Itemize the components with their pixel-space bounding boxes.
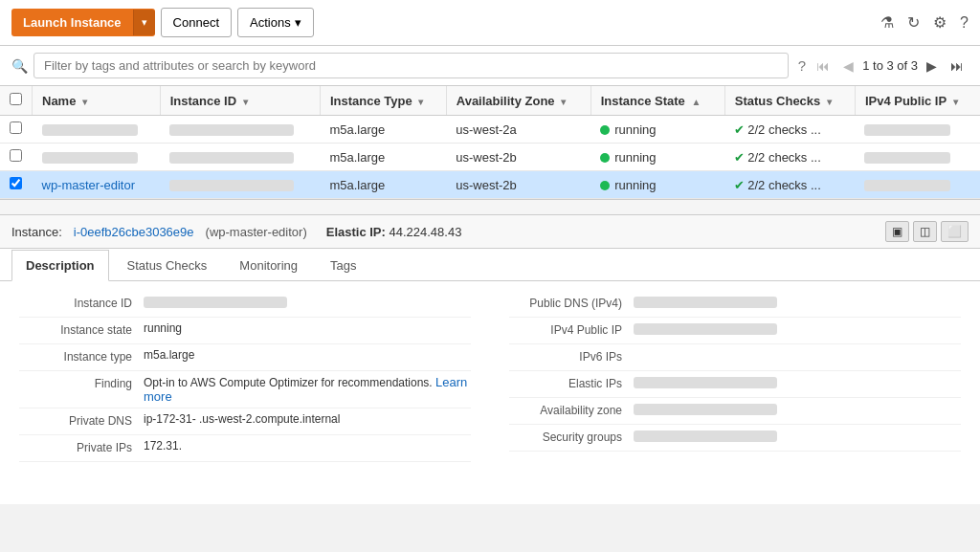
detail-row: Availability zone — [509, 398, 961, 425]
status-dot — [600, 181, 610, 190]
detail-row: FindingOpt-in to AWS Compute Optimizer f… — [19, 371, 471, 408]
check-icon: ✔ — [734, 122, 745, 137]
col-instance-type[interactable]: Instance Type ▾ — [320, 86, 446, 116]
search-bar: 🔍 ? ⏮ ◀ 1 to 3 of 3 ▶ ⏭ — [0, 46, 980, 86]
detail-label: Instance ID — [19, 295, 144, 310]
refresh-icon[interactable]: ↻ — [907, 13, 920, 32]
settings-icon[interactable]: ⚙ — [933, 13, 947, 32]
detail-value: m5a.large — [144, 348, 471, 362]
search-help-icon[interactable]: ? — [798, 57, 806, 74]
detail-row: Private DNSip-172-31- .us-west-2.compute… — [19, 408, 471, 435]
detail-label: Instance state — [19, 321, 144, 337]
row-name: wp-master-editor — [33, 171, 161, 199]
prev-page-button[interactable]: ◀ — [838, 56, 858, 76]
row-checkbox[interactable] — [10, 177, 22, 189]
row-name — [33, 116, 161, 144]
toolbar-icons: ⚗ ↻ ⚙ ? — [880, 13, 969, 32]
status-dot — [600, 153, 610, 163]
detail-value — [634, 429, 961, 442]
detail-label: Public DNS (IPv4) — [509, 295, 634, 310]
status-dot — [600, 125, 610, 135]
row-ipv4 — [855, 116, 980, 144]
search-input[interactable] — [33, 53, 789, 78]
panel-split-left[interactable]: ▣ — [885, 221, 909, 242]
instance-name-link[interactable]: wp-master-editor — [42, 178, 136, 192]
row-ipv4 — [855, 144, 980, 171]
panel-split-right[interactable]: ◫ — [913, 221, 937, 242]
detail-value: ip-172-31- .us-west-2.compute.internal — [144, 412, 471, 426]
detail-tabs: DescriptionStatus ChecksMonitoringTags — [0, 249, 980, 281]
col-availability-zone[interactable]: Availability Zone ▾ — [446, 86, 590, 116]
detail-value — [634, 402, 961, 415]
row-availability-zone: us-west-2a — [446, 116, 590, 144]
detail-label: Elastic IPs — [509, 375, 634, 390]
detail-row: Instance ID — [19, 291, 471, 318]
table-row[interactable]: wp-master-editor m5a.large us-west-2b ru… — [0, 171, 980, 199]
detail-row: Security groups — [509, 425, 961, 452]
panel-expand[interactable]: ⬜ — [941, 221, 969, 242]
row-checkbox-cell[interactable] — [0, 116, 33, 144]
pagination: ⏮ ◀ 1 to 3 of 3 ▶ ⏭ — [812, 56, 969, 76]
learn-more-link[interactable]: Learn more — [144, 375, 467, 404]
row-checkbox[interactable] — [10, 149, 22, 162]
detail-value: running — [144, 321, 471, 335]
row-checkbox-cell[interactable] — [0, 144, 33, 171]
actions-button[interactable]: Actions ▾ — [237, 8, 314, 37]
help-icon[interactable]: ? — [960, 14, 969, 32]
instance-id-link[interactable]: i-0eefb26cbe3036e9e — [74, 225, 194, 239]
detail-content: Instance ID Instance staterunningInstanc… — [0, 281, 980, 504]
row-status-checks: ✔2/2 checks ... — [724, 144, 855, 171]
detail-label: Finding — [19, 375, 144, 390]
row-instance-type: m5a.large — [320, 144, 446, 171]
instances-table: Name ▾ Instance ID ▾ Instance Type ▾ Ava… — [0, 86, 980, 199]
row-instance-id — [160, 144, 320, 171]
row-instance-type: m5a.large — [320, 116, 446, 144]
row-state: running — [590, 144, 724, 171]
row-instance-id — [160, 171, 320, 199]
last-page-button[interactable]: ⏭ — [946, 56, 969, 76]
flask-icon[interactable]: ⚗ — [880, 13, 894, 32]
tab-tags[interactable]: Tags — [316, 250, 370, 281]
connect-button[interactable]: Connect — [161, 8, 232, 37]
row-instance-id — [160, 116, 320, 144]
detail-value — [634, 375, 961, 388]
search-icon: 🔍 — [11, 58, 28, 74]
detail-row: Elastic IPs — [509, 371, 961, 398]
table-row[interactable]: m5a.large us-west-2a running ✔2/2 checks… — [0, 116, 980, 144]
tab-description[interactable]: Description — [11, 250, 109, 281]
row-checkbox[interactable] — [10, 121, 22, 134]
check-icon: ✔ — [734, 178, 745, 192]
detail-value: 172.31. — [144, 439, 471, 453]
detail-value: Opt-in to AWS Compute Optimizer for reco… — [144, 375, 471, 404]
row-availability-zone: us-west-2b — [446, 171, 590, 199]
instances-table-container: Name ▾ Instance ID ▾ Instance Type ▾ Ava… — [0, 86, 980, 200]
toolbar: Launch Instance ▾ Connect Actions ▾ ⚗ ↻ … — [0, 0, 980, 46]
col-instance-id[interactable]: Instance ID ▾ — [160, 86, 320, 116]
horizontal-scrollbar[interactable] — [0, 200, 980, 215]
row-checkbox-cell[interactable] — [0, 171, 33, 199]
detail-row: IPv6 IPs — [509, 344, 961, 371]
first-page-button[interactable]: ⏮ — [812, 56, 835, 76]
detail-value — [634, 321, 961, 335]
select-all-checkbox[interactable] — [10, 93, 22, 105]
next-page-button[interactable]: ▶ — [922, 56, 942, 76]
select-all-header[interactable] — [0, 86, 33, 116]
launch-instance-main[interactable]: Launch Instance — [11, 9, 133, 36]
detail-label: Availability zone — [509, 402, 634, 417]
col-instance-state[interactable]: Instance State ▲ — [590, 86, 724, 116]
tab-status-checks[interactable]: Status Checks — [113, 250, 222, 281]
col-ipv4[interactable]: IPv4 Public IP ▾ — [855, 86, 980, 116]
table-row[interactable]: m5a.large us-west-2b running ✔2/2 checks… — [0, 144, 980, 171]
detail-label: IPv6 IPs — [509, 348, 634, 364]
detail-row: Public DNS (IPv4) — [509, 291, 961, 318]
launch-instance-button[interactable]: Launch Instance ▾ — [11, 9, 155, 36]
col-status-checks[interactable]: Status Checks ▾ — [724, 86, 855, 116]
tab-monitoring[interactable]: Monitoring — [225, 250, 312, 281]
row-ipv4 — [855, 171, 980, 199]
instance-label: Instance: — [11, 225, 62, 239]
launch-instance-dropdown[interactable]: ▾ — [133, 10, 155, 35]
detail-left: Instance ID Instance staterunningInstanc… — [0, 291, 490, 462]
detail-label: Private DNS — [19, 412, 144, 428]
col-name[interactable]: Name ▾ — [33, 86, 161, 116]
detail-value — [144, 295, 471, 308]
